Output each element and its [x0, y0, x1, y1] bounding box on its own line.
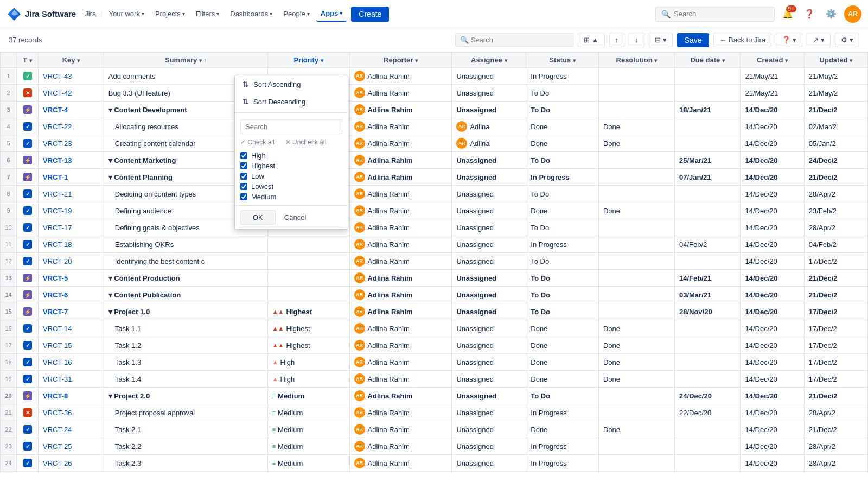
filter-option-high[interactable]: High — [240, 151, 342, 160]
filter-option-medium[interactable]: Medium — [240, 193, 342, 201]
create-button[interactable]: Create — [351, 7, 389, 22]
nav-your-work[interactable]: Your work ▾ — [105, 7, 149, 21]
col-header-due-date[interactable]: Due date ▾ — [674, 53, 741, 68]
key-cell[interactable]: VRCT-26 — [39, 455, 104, 472]
filter-ok-button[interactable]: OK — [240, 210, 276, 225]
issue-key-link[interactable]: VRCT-22 — [43, 123, 72, 131]
key-cell[interactable]: VRCT-7 — [39, 303, 104, 320]
global-search-box[interactable]: 🔍 — [655, 7, 775, 22]
back-to-jira-button[interactable]: ← Back to Jira — [713, 33, 771, 47]
filter-checkbox-high[interactable] — [240, 152, 247, 159]
key-cell[interactable]: VRCT-24 — [39, 421, 104, 438]
key-cell[interactable]: VRCT-4 — [39, 102, 104, 118]
nav-dashboards[interactable]: Dashboards ▾ — [226, 7, 277, 21]
filter-cancel-button[interactable]: Cancel — [280, 210, 310, 225]
key-cell[interactable]: VRCT-15 — [39, 337, 104, 354]
issue-key-link[interactable]: VRCT-26 — [43, 459, 72, 467]
issue-key-link[interactable]: VRCT-36 — [43, 409, 72, 417]
uncheck-all-link[interactable]: ✕ Uncheck all — [285, 138, 326, 146]
col-header-assignee[interactable]: Assignee ▾ — [452, 53, 526, 68]
issue-key-link[interactable]: VRCT-43 — [43, 72, 72, 80]
user-avatar[interactable]: AR — [844, 5, 861, 23]
sort-asc-button[interactable]: ↑ — [609, 33, 625, 47]
col-header-reporter[interactable]: Reporter ▾ — [349, 53, 452, 68]
col-header-resolution[interactable]: Resolution ▾ — [598, 53, 674, 68]
key-cell[interactable]: VRCT-21 — [39, 186, 104, 202]
help-button[interactable]: ❓ ▾ — [776, 33, 802, 47]
col-header-updated[interactable]: Updated ▾ — [804, 53, 867, 68]
issue-key-link[interactable]: VRCT-19 — [43, 207, 72, 215]
global-search-input[interactable] — [674, 10, 761, 18]
key-cell[interactable]: VRCT-14 — [39, 320, 104, 337]
settings-button[interactable]: ⚙ ▾ — [835, 33, 859, 47]
issue-key-link[interactable]: VRCT-25 — [43, 442, 72, 451]
issue-key-link[interactable]: VRCT-18 — [43, 240, 72, 249]
filter-option-lowest[interactable]: Lowest — [240, 182, 342, 191]
key-cell[interactable]: VRCT-25 — [39, 438, 104, 455]
issue-key-link[interactable]: VRCT-42 — [43, 89, 72, 97]
issue-key-link[interactable]: VRCT-5 — [43, 274, 68, 282]
export-button[interactable]: ↗ ▾ — [807, 33, 831, 47]
save-button[interactable]: Save — [677, 33, 710, 47]
key-cell[interactable]: VRCT-17 — [39, 219, 104, 236]
settings-button[interactable]: ⚙️ — [822, 5, 840, 23]
filter-option-low[interactable]: Low — [240, 172, 342, 180]
key-cell[interactable]: VRCT-13 — [39, 152, 104, 169]
key-cell[interactable]: VRCT-43 — [39, 68, 104, 85]
col-header-summary[interactable]: Summary ▾ ↑ — [104, 53, 267, 68]
table-search-box[interactable]: 🔍 — [455, 33, 573, 47]
filter-checkbox-lowest[interactable] — [240, 183, 247, 190]
issue-key-link[interactable]: VRCT-23 — [43, 140, 72, 148]
col-header-key[interactable]: Key ▾ — [39, 53, 104, 68]
issue-key-link[interactable]: VRCT-8 — [43, 392, 68, 400]
app-logo[interactable]: Jira Software — [7, 7, 76, 22]
issue-key-link[interactable]: VRCT-17 — [43, 224, 72, 232]
key-cell[interactable]: VRCT-6 — [39, 287, 104, 303]
filter-checkbox-highest[interactable] — [240, 162, 247, 169]
key-cell[interactable]: VRCT-1 — [39, 169, 104, 186]
issue-key-link[interactable]: VRCT-24 — [43, 426, 72, 434]
issue-key-link[interactable]: VRCT-21 — [43, 190, 72, 198]
issue-key-link[interactable]: VRCT-1 — [43, 173, 68, 181]
filter-checkbox-medium[interactable] — [240, 193, 247, 200]
help-button[interactable]: ❓ — [801, 5, 818, 23]
col-header-type[interactable]: T ▾ — [17, 53, 39, 68]
key-cell[interactable]: VRCT-9 — [39, 472, 104, 473]
issue-key-link[interactable]: VRCT-31 — [43, 375, 72, 383]
group-by-button[interactable]: ⊞ ▲ — [578, 33, 605, 47]
issue-key-link[interactable]: VRCT-20 — [43, 257, 72, 265]
key-cell[interactable]: VRCT-23 — [39, 135, 104, 152]
key-cell[interactable]: VRCT-36 — [39, 404, 104, 421]
key-cell[interactable]: VRCT-31 — [39, 371, 104, 388]
columns-button[interactable]: ⊟ ▾ — [649, 33, 673, 47]
nav-filters[interactable]: Filters ▾ — [192, 7, 224, 21]
nav-people[interactable]: People ▾ — [279, 7, 314, 21]
col-header-status[interactable]: Status ▾ — [526, 53, 599, 68]
key-cell[interactable]: VRCT-22 — [39, 118, 104, 135]
table-search-input[interactable] — [471, 36, 569, 44]
nav-projects[interactable]: Projects ▾ — [151, 7, 189, 21]
check-all-link[interactable]: ✓ Check all — [240, 138, 275, 146]
filter-search-input[interactable] — [240, 119, 342, 134]
issue-key-link[interactable]: VRCT-13 — [43, 156, 72, 164]
key-cell[interactable]: VRCT-5 — [39, 270, 104, 287]
key-cell[interactable]: VRCT-8 — [39, 388, 104, 404]
sort-descending-option[interactable]: ⇅ Sort Descending — [235, 93, 348, 110]
key-cell[interactable]: VRCT-42 — [39, 85, 104, 102]
key-cell[interactable]: VRCT-20 — [39, 253, 104, 270]
issue-key-link[interactable]: VRCT-7 — [43, 308, 68, 316]
sort-ascending-option[interactable]: ⇅ Sort Ascending — [235, 75, 348, 93]
issue-key-link[interactable]: VRCT-15 — [43, 341, 72, 350]
issue-key-link[interactable]: VRCT-6 — [43, 291, 68, 299]
filter-checkbox-low[interactable] — [240, 173, 247, 180]
nav-apps[interactable]: Apps ▾ — [316, 6, 347, 22]
col-header-priority[interactable]: Priority ▾ — [267, 53, 349, 68]
notifications-button[interactable]: 🔔 9+ — [779, 5, 796, 23]
issue-key-link[interactable]: VRCT-14 — [43, 325, 72, 333]
sort-desc-button[interactable]: ↓ — [629, 33, 644, 47]
key-cell[interactable]: VRCT-16 — [39, 354, 104, 371]
col-header-created[interactable]: Created ▾ — [741, 53, 804, 68]
filter-option-highest[interactable]: Highest — [240, 162, 342, 170]
key-cell[interactable]: VRCT-19 — [39, 202, 104, 219]
issue-key-link[interactable]: VRCT-16 — [43, 358, 72, 366]
